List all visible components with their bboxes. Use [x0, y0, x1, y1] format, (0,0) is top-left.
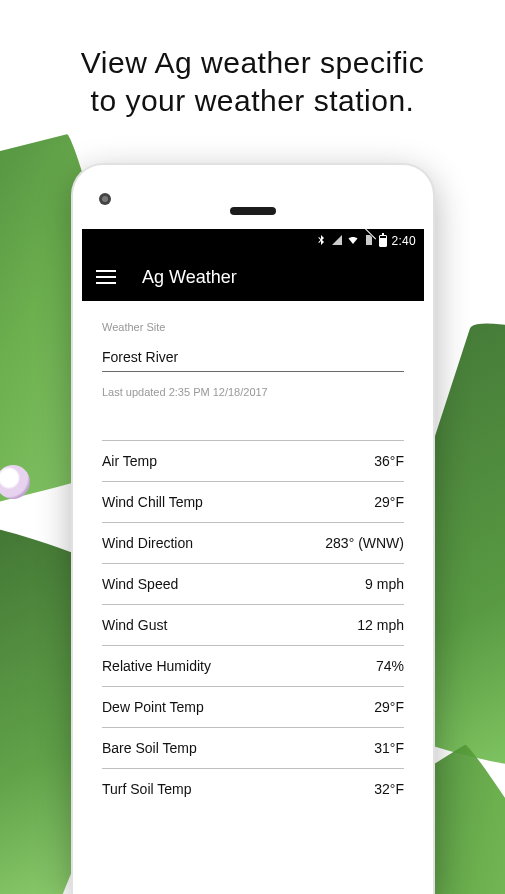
- weather-row-label: Wind Direction: [102, 535, 193, 551]
- weather-row: Turf Soil Temp32°F: [102, 769, 404, 809]
- weather-row-label: Wind Speed: [102, 576, 178, 592]
- battery-icon: [379, 235, 387, 247]
- app-bar: Ag Weather: [82, 253, 424, 301]
- bluetooth-icon: [315, 234, 327, 249]
- speaker-slot: [230, 207, 276, 215]
- weather-row-label: Wind Gust: [102, 617, 167, 633]
- weather-row-value: 29°F: [374, 699, 404, 715]
- phone-frame: 2:40 Ag Weather Weather Site Forest Rive…: [73, 165, 433, 894]
- site-field-label: Weather Site: [102, 321, 404, 333]
- weather-row-label: Bare Soil Temp: [102, 740, 197, 756]
- promo-heading: View Ag weather specific to your weather…: [0, 44, 505, 119]
- weather-row-value: 74%: [376, 658, 404, 674]
- site-field[interactable]: Forest River: [102, 349, 404, 372]
- weather-row: Wind Chill Temp29°F: [102, 482, 404, 523]
- weather-row: Air Temp36°F: [102, 440, 404, 482]
- wifi-icon: [347, 234, 359, 249]
- last-updated-text: Last updated 2:35 PM 12/18/2017: [102, 386, 404, 398]
- weather-row-label: Air Temp: [102, 453, 157, 469]
- phone-screen: 2:40 Ag Weather Weather Site Forest Rive…: [82, 229, 424, 894]
- weather-list: Air Temp36°FWind Chill Temp29°FWind Dire…: [102, 440, 404, 809]
- status-time: 2:40: [391, 234, 416, 248]
- weather-row: Bare Soil Temp31°F: [102, 728, 404, 769]
- menu-icon[interactable]: [96, 270, 116, 284]
- weather-row-label: Turf Soil Temp: [102, 781, 191, 797]
- weather-row-value: 31°F: [374, 740, 404, 756]
- weather-row: Wind Gust12 mph: [102, 605, 404, 646]
- weather-row: Relative Humidity74%: [102, 646, 404, 687]
- promo-line1: View Ag weather specific: [81, 46, 424, 79]
- weather-row-value: 283° (WNW): [325, 535, 404, 551]
- camera-dot: [99, 193, 111, 205]
- weather-row-value: 9 mph: [365, 576, 404, 592]
- weather-row-label: Relative Humidity: [102, 658, 211, 674]
- weather-row-label: Dew Point Temp: [102, 699, 204, 715]
- weather-row-value: 12 mph: [357, 617, 404, 633]
- weather-row-value: 36°F: [374, 453, 404, 469]
- weather-row-label: Wind Chill Temp: [102, 494, 203, 510]
- weather-row-value: 32°F: [374, 781, 404, 797]
- status-bar: 2:40: [82, 229, 424, 253]
- app-title: Ag Weather: [142, 267, 237, 288]
- no-sim-icon: [363, 234, 375, 249]
- phone-bezel: [73, 165, 433, 229]
- promo-line2: to your weather station.: [91, 84, 415, 117]
- weather-row: Wind Speed9 mph: [102, 564, 404, 605]
- weather-row-value: 29°F: [374, 494, 404, 510]
- weather-row: Dew Point Temp29°F: [102, 687, 404, 728]
- weather-row: Wind Direction283° (WNW): [102, 523, 404, 564]
- cell-signal-icon: [331, 234, 343, 249]
- content-area: Weather Site Forest River Last updated 2…: [82, 301, 424, 894]
